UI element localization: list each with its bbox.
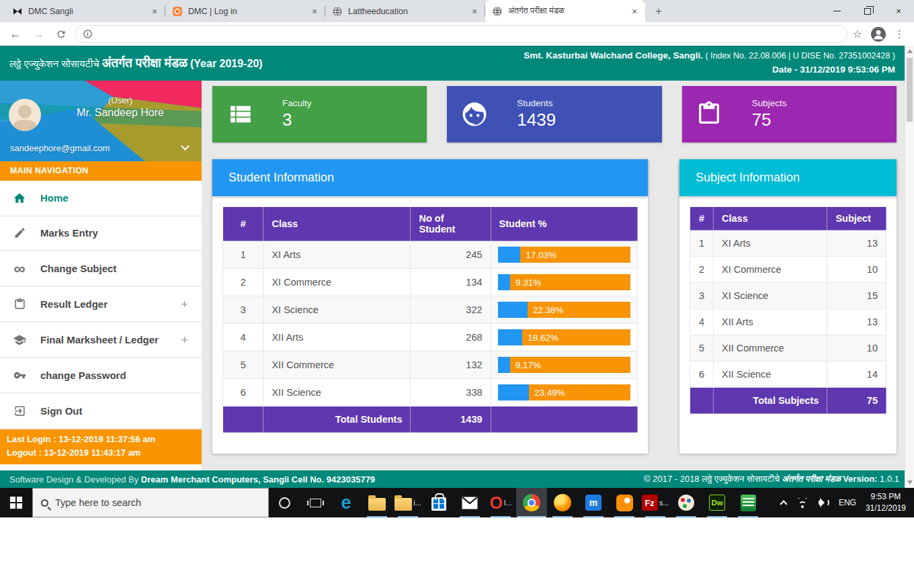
new-tab-button[interactable]: +	[649, 2, 668, 21]
main-content: Faculty 3 Students 1439	[202, 81, 914, 470]
browser-tab-dmc-sangli[interactable]: DMC Sangli ×	[5, 0, 165, 22]
brand-bold: अंतर्गत परीक्षा मंडळ	[102, 56, 188, 70]
uc-browser-button[interactable]	[609, 488, 640, 517]
taskbar-clock[interactable]: 9:53 PM 31/12/2019	[866, 491, 906, 515]
table-row: 6 XII Science 338 23.49%	[223, 379, 638, 407]
students-card: Students 1439	[447, 86, 661, 142]
scrollbar-down-arrow[interactable]	[907, 480, 913, 485]
edge-button[interactable]: e	[331, 488, 362, 517]
opera-button[interactable]: O l...	[485, 488, 516, 517]
file-explorer-button[interactable]	[362, 488, 392, 517]
browser-scrollbar[interactable]	[905, 46, 914, 488]
table-row: 2 XI Commerce 10	[690, 257, 886, 283]
last-logout-text: Logout : 13-12-2019 11:43:17 am	[7, 446, 195, 460]
row-subjects: 15	[827, 283, 886, 309]
opera-icon: O	[489, 493, 502, 513]
brand-prefix: लठ्ठे एज्युकेशन सोसायटीचे	[9, 58, 99, 69]
sidebar-item-change-password[interactable]: change Password	[0, 358, 202, 394]
students-label: Students	[517, 98, 556, 108]
table-row: 3 XI Science 15	[690, 283, 886, 309]
sidebar-item-sign-out[interactable]: Sign Out	[0, 394, 202, 429]
sidebar-item-result-ledger[interactable]: Result Ledger +	[0, 287, 202, 323]
sidebar-item-home[interactable]: Home	[0, 181, 202, 216]
dreamweaver-icon: Dw	[709, 495, 725, 511]
tab-close-icon[interactable]: ×	[309, 6, 320, 17]
tab-close-icon[interactable]: ×	[629, 6, 640, 17]
maxthon-button[interactable]: m	[578, 488, 609, 517]
tab-close-icon[interactable]: ×	[469, 6, 480, 17]
browser-tab-active-exam-board[interactable]: अंतर्गत परीक्षा मंडळ ×	[485, 0, 645, 22]
language-indicator[interactable]: ENG	[839, 498, 856, 507]
row-subjects: 10	[827, 257, 886, 283]
browser-menu-icon[interactable]: ⋮	[895, 28, 905, 40]
taskbar-search-input[interactable]: Type here to search	[32, 488, 269, 517]
browser-tab-dmc-login[interactable]: DMC | Log in ×	[165, 0, 325, 22]
task-view-button[interactable]	[300, 488, 331, 517]
screen: DMC Sangli × DMC | Log in × Lattheeducat…	[0, 0, 914, 588]
folder-window-button[interactable]: i...	[392, 488, 423, 517]
paint-palette-icon	[678, 495, 694, 511]
row-count: 322	[411, 296, 491, 324]
cortana-icon	[279, 497, 290, 509]
student-table: # Class No of Student Student % 1 XI Art…	[222, 206, 638, 433]
scrollbar-thumb[interactable]	[907, 58, 913, 122]
tab-close-icon[interactable]: ×	[149, 6, 160, 17]
speaker-icon[interactable]	[819, 498, 829, 507]
page-info-icon[interactable]	[83, 29, 93, 39]
notepad-app-button[interactable]	[733, 488, 763, 517]
sidebar-item-final-marksheet[interactable]: Final Marksheet / Ledger +	[0, 323, 202, 358]
sidebar-item-change-subject[interactable]: ∞ Change Subject	[0, 251, 202, 287]
window-close-button[interactable]: ×	[883, 0, 914, 22]
row-class: XII Commerce	[263, 351, 411, 379]
windows-taskbar: Type here to search e i... O l... m Fz s…	[0, 488, 914, 517]
row-percent-cell: 9.31%	[491, 269, 637, 296]
row-percent-cell: 9.17%	[491, 351, 637, 379]
forward-button[interactable]: →	[30, 26, 47, 43]
face-icon	[460, 100, 489, 128]
bookmark-star-icon[interactable]: ☆	[853, 28, 862, 40]
filezilla-button[interactable]: Fz s...	[640, 488, 671, 517]
firefox-button[interactable]	[547, 488, 578, 517]
sidebar-item-marks-entry[interactable]: Marks Entry	[0, 216, 202, 252]
notepad-icon	[741, 495, 756, 511]
footer-version-label: Version:	[843, 474, 877, 484]
tray-expand-chevron-icon[interactable]	[780, 500, 787, 507]
row-subjects: 13	[827, 230, 886, 257]
firefox-icon	[554, 494, 571, 511]
mail-button[interactable]	[454, 488, 485, 517]
subject-total-row: Total Subjects 75	[690, 388, 886, 414]
browser-profile-avatar[interactable]	[870, 26, 886, 42]
sidebar-item-label: Change Subject	[40, 263, 116, 274]
row-sr: 4	[223, 324, 263, 351]
wifi-icon[interactable]	[796, 498, 809, 508]
footer-left: Software Design & Developed By Dream Mer…	[9, 474, 375, 485]
back-button[interactable]: ←	[7, 26, 24, 43]
reload-button[interactable]	[52, 26, 70, 43]
browser-tab-lattheeducation[interactable]: Lattheeducation ×	[325, 0, 485, 22]
window-minimize-button[interactable]	[821, 0, 852, 22]
start-button[interactable]	[0, 488, 32, 517]
expand-plus-icon[interactable]: +	[181, 333, 188, 347]
filezilla-window-label: s...	[659, 499, 669, 507]
app-header: लठ्ठे एज्युकेशन सोसायटीचे अंतर्गत परीक्ष…	[0, 46, 914, 81]
row-count: 268	[411, 324, 491, 351]
search-placeholder: Type here to search	[55, 497, 141, 508]
store-icon	[431, 497, 446, 511]
url-field[interactable]	[75, 25, 847, 43]
site-footer: Software Design & Developed By Dream Mer…	[0, 470, 914, 488]
workspace: (User) Mr. Sandeep Hore sandeephore@gmai…	[0, 81, 914, 470]
paint-button[interactable]	[671, 488, 702, 517]
scrollbar-up-arrow[interactable]	[907, 49, 913, 53]
row-sr: 5	[690, 335, 714, 362]
cortana-button[interactable]	[269, 488, 300, 517]
tab-title: DMC Sangli	[28, 7, 144, 16]
bar-label: 9.17%	[515, 360, 541, 370]
table-row: 1 XI Arts 13	[690, 230, 886, 257]
window-restore-button[interactable]	[852, 0, 883, 22]
microsoft-store-button[interactable]	[423, 488, 454, 517]
dreamweaver-button[interactable]: Dw	[702, 488, 733, 517]
expand-plus-icon[interactable]: +	[181, 297, 188, 312]
faculty-card: Faculty 3	[212, 86, 427, 142]
table-row: 4 XII Arts 13	[690, 309, 886, 335]
chrome-button[interactable]	[516, 488, 547, 517]
